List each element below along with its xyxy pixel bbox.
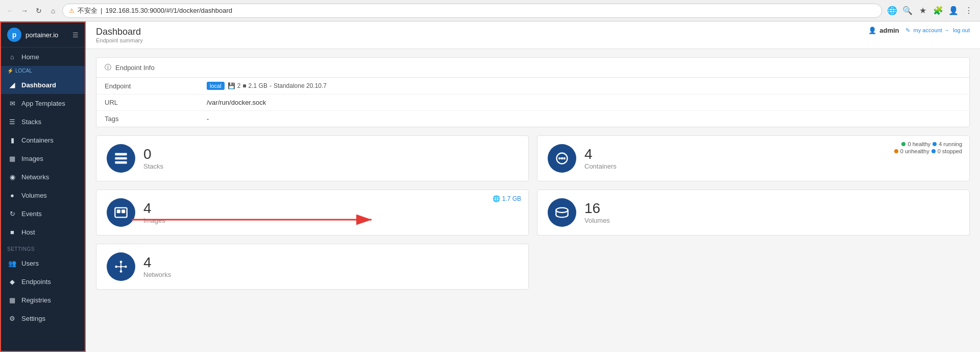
log-out-link[interactable]: log out (953, 27, 970, 33)
sidebar-item-users[interactable]: 👥 Users (1, 254, 85, 272)
sidebar-item-stacks[interactable]: ☰ Stacks (1, 112, 85, 131)
endpoints-icon: ◆ (7, 276, 17, 287)
app-layout: p portainer.io ☰ ⌂ Home ⚡ LOCAL ◢ Dashbo… (0, 21, 980, 352)
endpoint-info-body: Endpoint local 💾 2 ■ 2.1 GB - Standalone… (96, 78, 969, 127)
logo-icon: p (7, 28, 21, 42)
home-icon: ⌂ (7, 52, 17, 62)
back-button[interactable]: ← (5, 6, 15, 16)
address-text: 不安全 (78, 6, 97, 15)
networks-count: 4 (143, 255, 518, 270)
url-label: URL (105, 99, 207, 106)
sidebar-navigation: ⌂ Home ⚡ LOCAL ◢ Dashboard ✉ App Templat… (1, 48, 85, 351)
svg-point-10 (120, 270, 122, 273)
stacks-label: Stacks (143, 162, 518, 170)
address-separator: | (101, 7, 102, 14)
sidebar-item-containers[interactable]: ▮ Containers (1, 131, 85, 149)
info-icon: ⓘ (105, 63, 111, 72)
stacks-card[interactable]: 0 Stacks (96, 135, 529, 181)
tags-value: - (207, 115, 209, 123)
page-title: Dashboard (96, 27, 143, 37)
bookmark-button[interactable]: ★ (917, 5, 929, 17)
containers-icon: ▮ (7, 135, 17, 145)
tags-label: Tags (105, 115, 207, 123)
healthy-row: 0 healthy 4 running (894, 141, 962, 147)
url-row: URL /var/run/docker.sock (96, 95, 969, 111)
page-subtitle: Endpoint summary (96, 37, 143, 43)
svg-rect-5 (121, 209, 125, 213)
healthy-count: 0 healthy (908, 141, 930, 147)
unhealthy-count: 0 unhealthy (900, 148, 929, 154)
sidebar-item-registries[interactable]: ▦ Registries (1, 291, 85, 309)
svg-point-16 (558, 157, 561, 160)
sidebar-item-events-label: Events (21, 210, 42, 218)
sidebar-item-images[interactable]: ▦ Images (1, 149, 85, 168)
images-stat-icon (107, 198, 135, 227)
extensions-button[interactable]: 🧩 (932, 5, 944, 17)
sidebar-item-dashboard-label: Dashboard (21, 81, 56, 89)
networks-svg (114, 260, 128, 274)
user-links: ✎ my account → log out (905, 27, 970, 34)
endpoint-value: local 💾 2 ■ 2.1 GB - Standalone 20.10.7 (207, 82, 327, 90)
networks-stat-icon (107, 252, 135, 281)
sidebar-toggle[interactable]: ☰ (72, 31, 79, 39)
sidebar-item-networks[interactable]: ◉ Networks (1, 168, 85, 186)
sidebar-item-settings[interactable]: ⚙ Settings (1, 309, 85, 327)
sidebar-item-host[interactable]: ■ Host (1, 223, 85, 241)
unhealthy-row: 0 unhealthy 0 stopped (894, 148, 962, 154)
home-button[interactable]: ⌂ (48, 6, 58, 16)
svg-point-18 (563, 157, 566, 160)
networks-label: Networks (143, 271, 518, 278)
sidebar-item-dashboard[interactable]: ◢ Dashboard (1, 76, 85, 94)
sidebar-item-home-label: Home (21, 53, 39, 61)
profile-button[interactable]: 👤 (947, 5, 960, 17)
logo-text: portainer.io (26, 31, 58, 39)
sidebar-item-networks-label: Networks (21, 173, 49, 181)
images-count: 4 (143, 201, 518, 216)
endpoint-detail: 💾 2 ■ 2.1 GB - Standalone 20.10.7 (228, 82, 327, 89)
svg-rect-2 (115, 161, 127, 164)
sidebar-item-volumes-label: Volumes (21, 192, 47, 199)
sidebar-item-containers-label: Containers (21, 136, 54, 144)
sidebar-item-endpoints[interactable]: ◆ Endpoints (1, 272, 85, 291)
containers-card[interactable]: 4 Containers 0 healthy 4 running (537, 135, 970, 181)
sidebar-item-home[interactable]: ⌂ Home (1, 48, 85, 66)
images-size: 🌐 1.7 GB (493, 195, 521, 202)
host-icon: ■ (7, 227, 17, 237)
images-card[interactable]: 4 Images 🌐 1.7 GB (96, 190, 529, 236)
networks-card[interactable]: 4 Networks (96, 244, 529, 290)
svg-point-17 (561, 157, 564, 160)
top-bar: Dashboard Endpoint summary 👤 admin ✎ my … (86, 21, 980, 49)
templates-icon: ✉ (7, 98, 17, 108)
url-value: /var/run/docker.sock (207, 99, 266, 106)
my-account-link[interactable]: my account (914, 27, 942, 33)
zoom-button[interactable]: 🔍 (901, 5, 914, 17)
volumes-label: Volumes (584, 217, 959, 224)
address-bar[interactable]: ⚠ 不安全 | 192.168.15.30:9000/#!/1/docker/d… (62, 4, 882, 18)
containers-stat-icon (548, 144, 576, 173)
stacks-icon: ☰ (7, 116, 17, 127)
sidebar-item-volumes[interactable]: ● Volumes (1, 186, 85, 204)
translate-button[interactable]: 🌐 (886, 5, 898, 17)
stacks-stat-info: 0 Stacks (143, 147, 518, 170)
running-count: 4 running (939, 141, 962, 147)
forward-button[interactable]: → (19, 6, 30, 16)
endpoint-info-title: Endpoint Info (115, 64, 155, 72)
images-icon: ▦ (7, 153, 17, 163)
svg-point-19 (556, 208, 568, 213)
svg-rect-3 (115, 208, 127, 218)
refresh-button[interactable]: ↻ (34, 6, 44, 16)
sidebar-item-events[interactable]: ↻ Events (1, 204, 85, 223)
stacks-stat-icon (107, 144, 135, 173)
running-dot (933, 142, 937, 146)
healthy-dot (901, 142, 905, 146)
sidebar-item-app-templates[interactable]: ✉ App Templates (1, 94, 85, 112)
users-icon: 👥 (7, 258, 17, 268)
main-content: Dashboard Endpoint summary 👤 admin ✎ my … (86, 21, 980, 352)
menu-button[interactable]: ⋮ (963, 5, 975, 17)
sidebar-item-endpoints-label: Endpoints (21, 278, 51, 286)
endpoint-label: Endpoint (105, 82, 207, 90)
images-stat-info: 4 Images (143, 201, 518, 224)
volumes-svg (555, 205, 569, 220)
sidebar-item-templates-label: App Templates (21, 100, 65, 107)
volumes-card[interactable]: 16 Volumes (537, 190, 970, 236)
